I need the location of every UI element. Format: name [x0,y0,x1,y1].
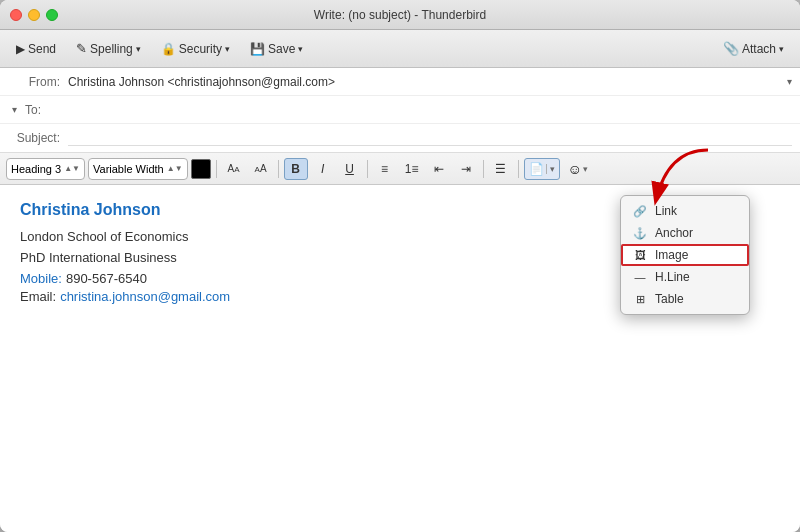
subject-row: Subject: [0,124,800,152]
menu-image-label: Image [655,248,688,262]
attach-icon: 📎 [723,41,739,56]
menu-item-anchor[interactable]: ⚓ Anchor [621,222,749,244]
traffic-lights [10,9,58,21]
format-sep-1 [216,160,217,178]
mobile-label: Mobile: [20,271,62,286]
hline-icon: — [633,271,647,283]
underline-icon: U [345,162,354,176]
link-icon: 🔗 [633,205,647,218]
font-value: Variable Width [93,163,164,175]
text-color-button[interactable] [191,159,211,179]
menu-table-label: Table [655,292,684,306]
image-icon: 🖼 [633,249,647,261]
from-dropdown-arrow[interactable]: ▾ [787,76,792,87]
from-row: From: Christina Johnson <christinajohnso… [0,68,800,96]
outdent-icon: ⇤ [434,162,444,176]
menu-anchor-label: Anchor [655,226,693,240]
outdent-button[interactable]: ⇤ [427,158,451,180]
format-sep-5 [518,160,519,178]
heading-select[interactable]: Heading 3 ▲▼ [6,158,85,180]
save-icon: 💾 [250,42,265,56]
indent-button[interactable]: ⇥ [454,158,478,180]
format-toolbar: Heading 3 ▲▼ Variable Width ▲▼ AA AA B I [0,153,800,185]
security-icon: 🔒 [161,42,176,56]
heading-select-arrow: ▲▼ [64,164,80,173]
from-label: From: [8,75,68,89]
to-row: ▾ To: [0,96,800,124]
main-toolbar: ▶ Send ✎ Spelling ▾ 🔒 Security ▾ 💾 Save … [0,30,800,68]
font-select[interactable]: Variable Width ▲▼ [88,158,188,180]
unordered-list-button[interactable]: ≡ [373,158,397,180]
security-button[interactable]: 🔒 Security ▾ [153,38,238,60]
spelling-button[interactable]: ✎ Spelling ▾ [68,37,149,60]
menu-item-link[interactable]: 🔗 Link [621,200,749,222]
email-value: christina.johnson@gmail.com [60,289,230,304]
align-icon: ☰ [495,162,506,176]
bold-icon: B [291,162,300,176]
format-sep-4 [483,160,484,178]
underline-button[interactable]: U [338,158,362,180]
main-window: Write: (no subject) - Thunderbird ▶ Send… [0,0,800,532]
title-bar: Write: (no subject) - Thunderbird [0,0,800,30]
anchor-icon: ⚓ [633,227,647,240]
emoji-button[interactable]: ☺ ▾ [563,158,593,180]
to-expand-button[interactable]: ▾ [8,102,21,117]
emoji-icon: ☺ [568,161,582,177]
font-decrease-label: AA [228,163,240,174]
to-label: To: [25,103,49,117]
insert-button[interactable]: 📄 ▾ [524,158,560,180]
table-icon: ⊞ [633,293,647,306]
heading-value: Heading 3 [11,163,61,175]
header-fields: From: Christina Johnson <christinajohnso… [0,68,800,153]
attach-button[interactable]: 📎 Attach ▾ [715,37,792,60]
menu-item-image[interactable]: 🖼 Image [621,244,749,266]
from-value: Christina Johnson <christinajohnson@gmai… [68,71,787,93]
send-icon: ▶ [16,42,25,56]
menu-hline-label: H.Line [655,270,690,284]
email-label: Email: [20,289,56,304]
unordered-list-icon: ≡ [381,162,388,176]
bold-button[interactable]: B [284,158,308,180]
ordered-list-icon: 1≡ [405,162,419,176]
send-button[interactable]: ▶ Send [8,38,64,60]
font-size-increase-button[interactable]: AA [249,158,273,180]
insert-page-icon: 📄 [529,162,544,176]
minimize-button[interactable] [28,9,40,21]
insert-dropdown-arrow[interactable]: ▾ [546,164,555,174]
to-input[interactable] [49,103,792,117]
save-button[interactable]: 💾 Save ▾ [242,38,311,60]
save-dropdown-arrow: ▾ [298,44,303,54]
font-increase-label: AA [255,163,267,174]
format-sep-2 [278,160,279,178]
font-size-decrease-button[interactable]: AA [222,158,246,180]
attach-dropdown-arrow: ▾ [779,44,784,54]
indent-icon: ⇥ [461,162,471,176]
security-dropdown-arrow: ▾ [225,44,230,54]
spelling-icon: ✎ [76,41,87,56]
italic-icon: I [321,162,324,176]
insert-dropdown-menu: 🔗 Link ⚓ Anchor 🖼 Image — H.Line ⊞ Table [620,195,750,315]
menu-item-table[interactable]: ⊞ Table [621,288,749,310]
spelling-dropdown-arrow: ▾ [136,44,141,54]
menu-link-label: Link [655,204,677,218]
subject-label: Subject: [8,131,68,145]
font-select-arrow: ▲▼ [167,164,183,173]
subject-input[interactable] [68,131,792,146]
italic-button[interactable]: I [311,158,335,180]
ordered-list-button[interactable]: 1≡ [400,158,424,180]
maximize-button[interactable] [46,9,58,21]
format-sep-3 [367,160,368,178]
window-title: Write: (no subject) - Thunderbird [314,8,486,22]
menu-item-hline[interactable]: — H.Line [621,266,749,288]
close-button[interactable] [10,9,22,21]
mobile-value: 890-567-6540 [66,269,147,290]
align-button[interactable]: ☰ [489,158,513,180]
emoji-dropdown-arrow: ▾ [583,164,588,174]
